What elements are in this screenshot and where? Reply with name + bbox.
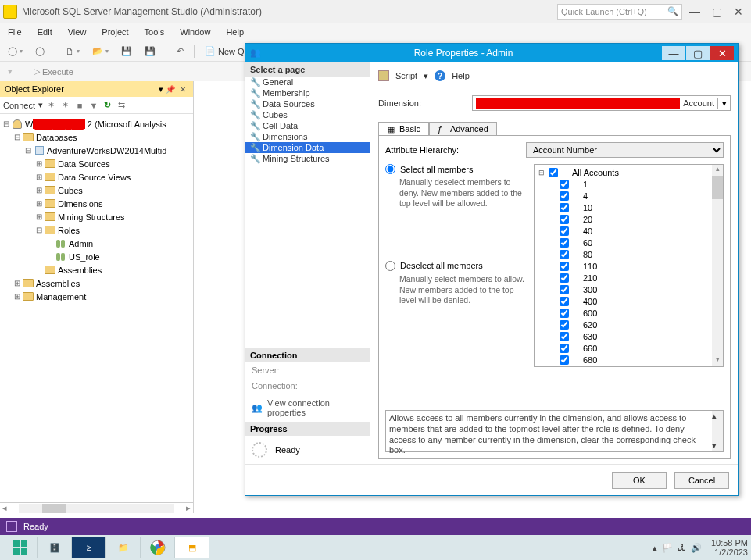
quick-launch-input[interactable]: Quick Launch (Ctrl+Q) 🔍 [557, 4, 682, 20]
server-node[interactable]: W████████ 2 (Microsoft Analysis [25, 119, 166, 129]
member-label[interactable]: 1 [583, 180, 588, 189]
refresh-icon[interactable]: ↻ [102, 100, 113, 111]
pin-icon[interactable]: 📌 [165, 84, 176, 95]
undo-button[interactable]: ↶ [172, 45, 188, 58]
assemblies-node[interactable]: Assemblies [36, 279, 80, 288]
member-checkbox[interactable] [560, 332, 569, 341]
member-label[interactable]: 10 [583, 203, 592, 212]
db-combo[interactable]: ▾ [3, 65, 17, 78]
datasources-node[interactable]: Data Sources [58, 159, 110, 169]
databases-node[interactable]: Databases [36, 133, 77, 142]
connect-button[interactable]: Connect [3, 101, 35, 110]
management-node[interactable]: Management [36, 292, 86, 301]
member-checkbox[interactable] [560, 320, 569, 330]
member-label[interactable]: 620 [583, 320, 597, 330]
explorer-icon[interactable]: 📁 [106, 537, 141, 558]
sync-icon[interactable]: ⇆ [116, 100, 127, 111]
roles-node[interactable]: Roles [58, 226, 80, 235]
menu-help[interactable]: Help [223, 26, 247, 38]
deselect-all-radio[interactable] [385, 261, 395, 271]
open-button[interactable]: 📂 ▾ [88, 45, 113, 58]
dialog-minimize[interactable]: — [662, 46, 685, 60]
menu-tools[interactable]: Tools [141, 26, 168, 38]
member-checkbox[interactable] [560, 203, 569, 212]
minimize-button[interactable]: — [685, 4, 704, 20]
save-button[interactable]: 💾 [116, 45, 137, 58]
tab-advanced[interactable]: ƒAdvanced [429, 122, 497, 136]
page-dimensiondata[interactable]: 🔧Dimension Data [245, 142, 370, 153]
chrome-icon[interactable] [141, 537, 175, 558]
member-checkbox[interactable] [560, 250, 569, 259]
execute-button[interactable]: ▷ Execute [29, 65, 78, 78]
member-label[interactable]: 600 [583, 309, 597, 318]
page-datasources[interactable]: 🔧Data Sources [245, 98, 370, 109]
script-button[interactable]: Script [395, 71, 417, 80]
member-checkbox[interactable] [560, 238, 569, 248]
usrole-node[interactable]: US_role [69, 252, 100, 262]
filter2-icon[interactable]: ▼ [88, 100, 99, 111]
select-all-radio[interactable] [385, 164, 395, 174]
help-button[interactable]: Help [452, 71, 470, 80]
tray-flag-icon[interactable]: 🏳️ [662, 543, 673, 553]
restore-button[interactable]: ▢ [707, 4, 726, 20]
page-membership[interactable]: 🔧Membership [245, 87, 370, 98]
script-dropdown[interactable]: ▾ [424, 71, 428, 81]
member-label[interactable]: 20 [583, 215, 592, 224]
new-button[interactable]: 🗋 ▾ [61, 45, 84, 58]
oe-tree[interactable]: ⊟W████████ 2 (Microsoft Analysis ⊟Databa… [0, 114, 193, 502]
page-mining[interactable]: 🔧Mining Structures [245, 153, 370, 164]
member-checkbox[interactable] [549, 168, 558, 177]
member-checkbox[interactable] [560, 180, 569, 189]
tab-basic[interactable]: ▦Basic [378, 122, 429, 136]
stop-icon[interactable]: ✶ [60, 100, 71, 111]
member-label[interactable]: 110 [583, 262, 597, 271]
clock[interactable]: 10:58 PM 1/2/2023 [711, 538, 748, 557]
mining-node[interactable]: Mining Structures [58, 212, 125, 222]
dropdown-icon[interactable]: ▾ [159, 84, 163, 95]
page-dimensions[interactable]: 🔧Dimensions [245, 131, 370, 142]
member-label[interactable]: 630 [583, 332, 597, 341]
dropdown-arrow-icon[interactable]: ▾ [717, 98, 730, 109]
member-label[interactable]: 680 [583, 355, 597, 365]
member-label[interactable]: 60 [583, 238, 592, 248]
view-connection-properties[interactable]: 👥View connection properties [245, 394, 370, 422]
member-checkbox[interactable] [560, 215, 569, 224]
cancel-button[interactable]: Cancel [674, 472, 729, 489]
menu-edit[interactable]: Edit [34, 26, 55, 38]
oe-hscroll[interactable]: ◂▸ [0, 502, 193, 513]
dimensions-node[interactable]: Dimensions [58, 199, 102, 209]
tray-sound-icon[interactable]: 🔊 [691, 543, 702, 553]
members-root[interactable]: All Accounts [572, 168, 619, 177]
member-checkbox[interactable] [560, 285, 569, 294]
disconnect-icon[interactable]: ✶ [46, 100, 57, 111]
members-list[interactable]: ⊟All Accounts 14102040608011021030040060… [534, 164, 724, 367]
attribute-hierarchy-combo[interactable]: Account Number [526, 142, 724, 158]
saveall-button[interactable]: 💾 [140, 45, 160, 58]
member-label[interactable]: 660 [583, 344, 597, 353]
member-checkbox[interactable] [560, 191, 569, 201]
page-celldata[interactable]: 🔧Cell Data [245, 120, 370, 131]
tray-up-icon[interactable]: ▴ [653, 543, 657, 553]
dsv-node[interactable]: Data Source Views [58, 173, 131, 182]
menu-view[interactable]: View [65, 26, 90, 38]
page-cubes[interactable]: 🔧Cubes [245, 109, 370, 120]
member-checkbox[interactable] [560, 355, 569, 365]
menu-file[interactable]: File [5, 26, 25, 38]
admin-role-node[interactable]: Admin [69, 239, 93, 248]
close-button[interactable]: ✕ [729, 4, 748, 20]
menu-window[interactable]: Window [177, 26, 213, 38]
back-button[interactable]: ◯ ▾ [3, 45, 27, 58]
tray-network-icon[interactable]: 🖧 [678, 543, 686, 552]
dialog-close[interactable]: ✕ [710, 46, 734, 60]
member-label[interactable]: 40 [583, 226, 592, 236]
dimension-combo[interactable]: Account ▾ [472, 95, 731, 111]
member-checkbox[interactable] [560, 309, 569, 318]
member-checkbox[interactable] [560, 226, 569, 236]
page-general[interactable]: 🔧General [245, 77, 370, 87]
member-checkbox[interactable] [560, 273, 569, 283]
close-icon[interactable]: ✕ [177, 84, 188, 95]
member-label[interactable]: 210 [583, 273, 597, 283]
member-label[interactable]: 80 [583, 250, 592, 259]
members-scrollbar[interactable]: ▴▾ [712, 165, 723, 366]
ok-button[interactable]: OK [612, 472, 667, 489]
